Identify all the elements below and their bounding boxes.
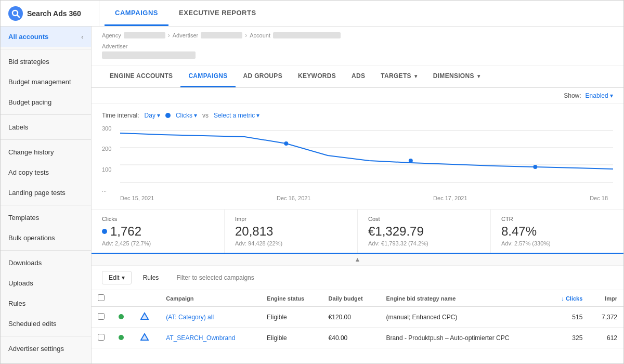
row1-engine bbox=[134, 307, 160, 328]
header-engine-status[interactable]: Engine status bbox=[261, 290, 322, 307]
sidebar-item-bulk-operations[interactable]: Bulk operations bbox=[1, 228, 91, 248]
row2-impr: 612 bbox=[589, 328, 623, 348]
header-clicks[interactable]: ↓ Clicks bbox=[547, 290, 589, 307]
tab-keywords[interactable]: KEYWORDS bbox=[290, 66, 344, 87]
table-row: (AT: Category) all Eligible €120.00 (man… bbox=[92, 307, 623, 328]
header-bid-strategy[interactable]: Engine bid strategy name bbox=[380, 290, 548, 307]
select-all-checkbox[interactable] bbox=[98, 294, 105, 301]
sidebar-item-rules[interactable]: Rules bbox=[1, 293, 91, 314]
sidebar-item-budget-pacing[interactable]: Budget pacing bbox=[1, 92, 91, 112]
tab-dimensions[interactable]: DIMENSIONS ▾ bbox=[425, 66, 488, 87]
header-campaign[interactable]: Campaign bbox=[160, 290, 261, 307]
row2-checkbox[interactable] bbox=[98, 334, 105, 341]
breadcrumb-arrow-1: › bbox=[168, 32, 170, 39]
view-toolbar: Show: Enabled ▾ bbox=[92, 88, 623, 104]
table-header-row: Campaign Engine status Daily budget Engi… bbox=[92, 290, 623, 307]
chart-svg bbox=[120, 125, 613, 193]
metric-cost: Cost €1,329.79 Adv: €1,793.32 (74.2%) bbox=[358, 210, 491, 253]
ads-engine-icon-2 bbox=[140, 333, 149, 341]
time-interval-dropdown-icon: ▾ bbox=[157, 112, 160, 119]
sub-navigation: ENGINE ACCOUNTS CAMPAIGNS AD GROUPS KEYW… bbox=[92, 66, 623, 88]
row2-checkbox-cell bbox=[92, 328, 112, 348]
row1-impr: 7,372 bbox=[589, 307, 623, 328]
clicks-dot bbox=[102, 229, 107, 234]
metric2-dropdown-icon: ▾ bbox=[256, 112, 259, 119]
row1-engine-status: Eligible bbox=[261, 307, 322, 328]
header-engine bbox=[134, 290, 160, 307]
chart-x-labels: Dec 15, 2021 Dec 16, 2021 Dec 17, 2021 D… bbox=[120, 195, 613, 201]
row1-campaign-link[interactable]: (AT: Category) all bbox=[166, 314, 214, 321]
breadcrumb-arrow-2: › bbox=[245, 32, 247, 39]
advertiser-section-value bbox=[102, 51, 196, 59]
sidebar-item-uploads[interactable]: Uploads bbox=[1, 273, 91, 293]
row2-engine bbox=[134, 328, 160, 348]
tab-targets[interactable]: TARGETS ▾ bbox=[373, 66, 425, 87]
row1-bid-strategy: (manual; Enhanced CPC) bbox=[380, 307, 548, 328]
app-title: Search Ads 360 bbox=[27, 9, 81, 18]
row1-checkbox[interactable] bbox=[98, 313, 105, 320]
filter-selected-button[interactable]: Filter to selected campaigns bbox=[170, 271, 260, 284]
data-table-container: Campaign Engine status Daily budget Engi… bbox=[92, 290, 623, 348]
chart-collapse-bar[interactable]: ▲ bbox=[92, 254, 623, 266]
sidebar-item-budget-management[interactable]: Budget management bbox=[1, 72, 91, 92]
tab-campaigns[interactable]: CAMPAIGNS bbox=[180, 66, 235, 87]
campaigns-table: Campaign Engine status Daily budget Engi… bbox=[92, 290, 623, 348]
sidebar-item-bid-strategies[interactable]: Bid strategies bbox=[1, 51, 91, 72]
header-impr[interactable]: Impr bbox=[589, 290, 623, 307]
breadcrumb-account: Account bbox=[250, 32, 341, 38]
advertiser-value bbox=[201, 32, 242, 38]
sidebar-divider-6 bbox=[1, 336, 91, 336]
tab-ads[interactable]: ADS bbox=[344, 66, 373, 87]
sidebar-item-change-history[interactable]: Change history bbox=[1, 142, 91, 162]
time-interval-select[interactable]: Day ▾ bbox=[145, 112, 160, 119]
breadcrumb-advertiser: Advertiser bbox=[173, 32, 243, 38]
account-value bbox=[273, 32, 341, 38]
metric-impr: Impr 20,813 Adv: 94,428 (22%) bbox=[225, 210, 358, 253]
svg-marker-10 bbox=[141, 313, 148, 319]
row1-status bbox=[112, 307, 134, 328]
row2-daily-budget: €40.00 bbox=[322, 328, 380, 348]
svg-line-1 bbox=[17, 15, 19, 17]
breadcrumb: Agency › Advertiser › Account Adve bbox=[92, 27, 623, 66]
top-nav-executive-reports[interactable]: EXECUTIVE REPORTS bbox=[168, 1, 267, 26]
metric1-dot bbox=[165, 113, 171, 118]
top-nav-campaigns[interactable]: CAMPAIGNS bbox=[105, 1, 168, 26]
table-toolbar: Edit ▾ Rules Filter to selected campaign… bbox=[92, 266, 623, 290]
dimensions-dropdown-icon: ▾ bbox=[477, 73, 480, 79]
show-select[interactable]: Enabled ▾ bbox=[586, 92, 613, 99]
tab-ad-groups[interactable]: AD GROUPS bbox=[236, 66, 290, 87]
metric-clicks: Clicks 1,762 Adv: 2,425 (72.7%) bbox=[92, 210, 225, 253]
agency-value bbox=[124, 32, 165, 38]
sidebar-item-templates[interactable]: Templates bbox=[1, 207, 91, 228]
sidebar-item-landing-page-tests[interactable]: Landing page tests bbox=[1, 183, 91, 203]
row2-campaign-link[interactable]: AT_SEARCH_Ownbrand bbox=[166, 334, 235, 342]
sidebar-item-attribution[interactable]: Attribution bbox=[1, 359, 91, 363]
sidebar-item-all-accounts[interactable]: All accounts ‹ bbox=[1, 27, 91, 47]
sidebar-item-scheduled-edits[interactable]: Scheduled edits bbox=[1, 314, 91, 334]
row1-daily-budget: €120.00 bbox=[322, 307, 380, 328]
header-daily-budget[interactable]: Daily budget bbox=[322, 290, 380, 307]
targets-dropdown-icon: ▾ bbox=[414, 73, 417, 79]
row1-checkbox-cell bbox=[92, 307, 112, 328]
sidebar-item-advertiser-settings[interactable]: Advertiser settings bbox=[1, 339, 91, 359]
chevron-left-icon: ‹ bbox=[81, 34, 83, 40]
collapse-chart-icon: ▲ bbox=[355, 256, 361, 263]
sidebar-item-downloads[interactable]: Downloads bbox=[1, 253, 91, 273]
logo-icon bbox=[8, 6, 23, 21]
row1-status-dot bbox=[119, 314, 124, 319]
sidebar-divider-5 bbox=[1, 250, 91, 251]
svg-point-8 bbox=[533, 165, 537, 169]
sidebar-item-ad-copy-tests[interactable]: Ad copy tests bbox=[1, 162, 91, 183]
chart-controls: Time interval: Day ▾ Clicks ▾ vs Select … bbox=[102, 112, 613, 119]
tab-engine-accounts[interactable]: ENGINE ACCOUNTS bbox=[102, 66, 180, 87]
edit-button[interactable]: Edit ▾ bbox=[102, 271, 132, 284]
header-status bbox=[112, 290, 134, 307]
row1-campaign: (AT: Category) all bbox=[160, 307, 261, 328]
sidebar: All accounts ‹ Bid strategies Budget man… bbox=[1, 27, 92, 363]
chart-area: Time interval: Day ▾ Clicks ▾ vs Select … bbox=[92, 104, 623, 210]
rules-button[interactable]: Rules bbox=[137, 271, 165, 284]
metric2-select[interactable]: Select a metric ▾ bbox=[214, 112, 259, 119]
sidebar-item-labels[interactable]: Labels bbox=[1, 117, 91, 137]
show-dropdown-icon: ▾ bbox=[610, 92, 613, 99]
metric1-select[interactable]: Clicks ▾ bbox=[176, 112, 197, 119]
